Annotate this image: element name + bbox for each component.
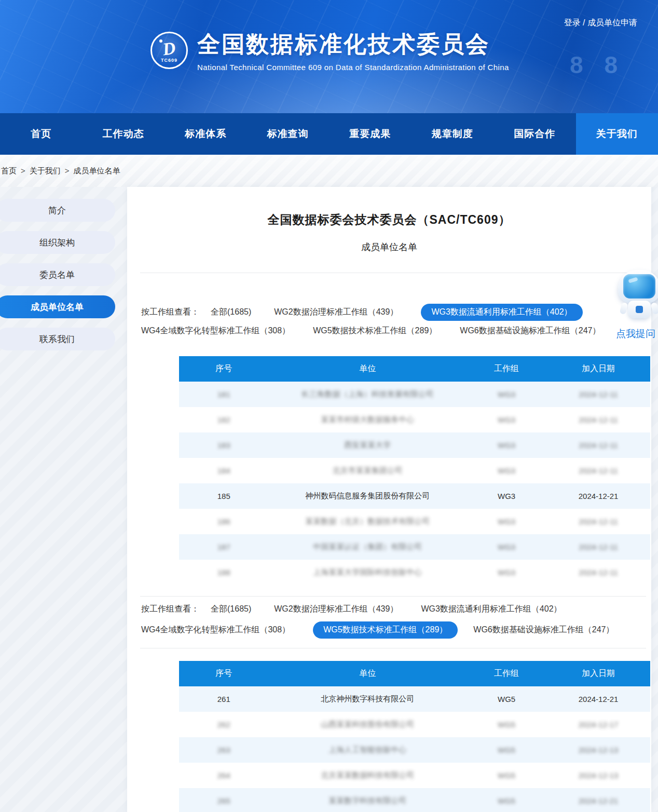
sidebar-item-联系我们[interactable]: 联系我们 (0, 328, 115, 350)
table-header-row: 序号单位工作组加入日期 (179, 661, 650, 686)
cell-group: WG5 (467, 737, 546, 763)
cell-date: 2024-12-11 (546, 534, 650, 560)
sidebar-item-组织架构[interactable]: 组织架构 (0, 231, 115, 254)
cell-group: WG3 (467, 534, 546, 560)
cell-unit: 某某数据（北京）数据技术有限公司 (269, 509, 467, 534)
filter-option[interactable]: WG6数据基础设施标准工作组（247） (460, 326, 600, 336)
member-table-wg5: 序号单位工作组加入日期261北京神州数字科技有限公司WG52024-12-212… (179, 661, 650, 812)
cell-unit: 北京市某某集团公司 (269, 458, 467, 483)
cell-date: 2024-12-11 (546, 432, 650, 458)
sidebar-item-简介[interactable]: 简介 (0, 199, 115, 222)
nav-item-重要成果[interactable]: 重要成果 (329, 113, 412, 155)
site-titles: 全国数据标准化技术委员会 National Technical Committe… (197, 29, 509, 72)
main-nav: 首页工作动态标准体系标准查询重要成果规章制度国际合作关于我们 (0, 113, 658, 155)
cell-no: 182 (179, 407, 269, 432)
page-subtitle: 成员单位名单 (127, 241, 651, 253)
cell-no: 181 (179, 382, 269, 407)
nav-item-国际合作[interactable]: 国际合作 (494, 113, 576, 155)
column-header: 序号 (179, 356, 269, 382)
cell-date: 2024-12-21 (546, 483, 650, 509)
cell-no: 264 (179, 763, 269, 788)
cell-date: 2024-12-11 (546, 560, 650, 585)
cell-group: WG5 (467, 788, 546, 812)
cell-no: 261 (179, 686, 269, 712)
divider (140, 648, 646, 648)
workgroup-filter-row: 按工作组查看：全部(1685)WG2数据治理标准工作组（439）WG3数据流通利… (141, 600, 594, 618)
sidebar-item-成员单位名单[interactable]: 成员单位名单 (0, 295, 115, 318)
table-row: 185神州数码信息服务集团股份有限公司WG32024-12-21 (179, 483, 650, 509)
nav-item-工作动态[interactable]: 工作动态 (83, 113, 165, 155)
nav-item-标准查询[interactable]: 标准查询 (247, 113, 330, 155)
cell-unit: 北京某某数据科技有限公司 (269, 763, 467, 788)
filter-option[interactable]: WG5数据技术标准工作组（289） (313, 621, 458, 639)
header-decoration-digits: 8 8 (570, 50, 625, 80)
cell-unit: 上海某某大学国际科技创新中心 (269, 560, 467, 585)
filter-option[interactable]: 全部(1685) (211, 307, 251, 318)
breadcrumb-item[interactable]: 成员单位名单 (74, 166, 120, 175)
cell-group: WG3 (467, 382, 546, 407)
breadcrumb: 首页>关于我们>成员单位名单 (0, 155, 658, 176)
table-row: 263上海人工智能创新中心WG52024-12-13 (179, 737, 650, 763)
site-header: 8 8 登录 / 成员单位申请 D TC609 全国数据标准化技术委员会 Nat… (0, 0, 658, 113)
assistant-robot-icon[interactable] (618, 270, 658, 324)
cell-group: WG3 (467, 509, 546, 534)
cell-no: 184 (179, 458, 269, 483)
column-header: 工作组 (467, 661, 546, 686)
filter-option[interactable]: WG3数据流通利用标准工作组（402） (421, 604, 561, 615)
cell-group: WG3 (467, 458, 546, 483)
filter-option[interactable]: WG4全域数字化转型标准工作组（308） (141, 326, 290, 336)
cell-date: 2024-12-11 (546, 407, 650, 432)
nav-item-规章制度[interactable]: 规章制度 (412, 113, 494, 155)
breadcrumb-item[interactable]: 关于我们 (30, 166, 61, 175)
cell-unit: 北京神州数字科技有限公司 (269, 686, 467, 712)
cell-group: WG3 (467, 407, 546, 432)
filter-option[interactable]: WG2数据治理标准工作组（439） (274, 604, 398, 615)
filter-option[interactable]: WG3数据流通利用标准工作组（402） (421, 304, 582, 321)
filter-option[interactable]: 全部(1685) (211, 604, 251, 615)
table-row: 265某某数字科技有限公司WG52024-12-21 (179, 788, 650, 812)
breadcrumb-bar: 首页>关于我们>成员单位名单 (0, 155, 658, 187)
table-row: 262山西某某科技股份有限公司WG52024-12-17 (179, 712, 650, 737)
table-row: 181长三角数据（上海）科技发展有限公司WG32024-12-11 (179, 382, 650, 407)
column-header: 序号 (179, 661, 269, 686)
cell-date: 2024-12-11 (546, 458, 650, 483)
cell-date: 2024-12-17 (546, 712, 650, 737)
page-title: 全国数据标委会技术委员会（SAC/TC609） (127, 212, 651, 228)
robot-body (628, 301, 651, 318)
filter-option[interactable]: WG4全域数字化转型标准工作组（308） (141, 625, 290, 635)
breadcrumb-item[interactable]: 首页 (1, 166, 17, 175)
filter-group-label: 按工作组查看： (141, 307, 199, 318)
cell-date: 2024-12-11 (546, 382, 650, 407)
table-header-row: 序号单位工作组加入日期 (179, 356, 650, 382)
assistant-ask-button[interactable]: 点我提问 (610, 327, 658, 341)
robot-head (618, 270, 658, 303)
nav-item-首页[interactable]: 首页 (0, 113, 83, 155)
breadcrumb-separator: > (65, 166, 70, 175)
nav-item-标准体系[interactable]: 标准体系 (164, 113, 247, 155)
filter-group-label: 按工作组查看： (141, 604, 199, 615)
login-links[interactable]: 登录 / 成员单位申请 (564, 18, 637, 29)
cell-no: 183 (179, 432, 269, 458)
table-row: 183西安某某大学WG32024-12-11 (179, 432, 650, 458)
site-subtitle: National Technical Committee 609 on Data… (197, 63, 509, 72)
cell-no: 188 (179, 560, 269, 585)
filter-option[interactable]: WG6数据基础设施标准工作组（247） (473, 625, 614, 635)
cell-no: 265 (179, 788, 269, 812)
nav-item-关于我们[interactable]: 关于我们 (576, 113, 658, 155)
filter-option[interactable]: WG5数据技术标准工作组（289） (313, 326, 437, 336)
content-panel: 全国数据标委会技术委员会（SAC/TC609） 成员单位名单 点我提问 按工作组… (127, 187, 651, 812)
site-title: 全国数据标准化技术委员会 (197, 29, 509, 60)
logo-code: TC609 (152, 58, 186, 63)
table-row: 184北京市某某集团公司WG32024-12-11 (179, 458, 650, 483)
cell-no: 263 (179, 737, 269, 763)
page: 8 8 登录 / 成员单位申请 D TC609 全国数据标准化技术委员会 Nat… (0, 0, 658, 812)
divider (140, 273, 646, 273)
cell-unit: 中国某某认证（集团）有限公司 (269, 534, 467, 560)
filter-option[interactable]: WG2数据治理标准工作组（439） (274, 307, 398, 318)
cell-no: 187 (179, 534, 269, 560)
cell-group: WG5 (467, 712, 546, 737)
member-table-wg3: 序号单位工作组加入日期181长三角数据（上海）科技发展有限公司WG32024-1… (179, 356, 650, 585)
cell-unit: 某某市村级大数据服务中心 (269, 407, 467, 432)
cell-unit: 长三角数据（上海）科技发展有限公司 (269, 382, 467, 407)
sidebar-item-委员名单[interactable]: 委员名单 (0, 263, 115, 286)
